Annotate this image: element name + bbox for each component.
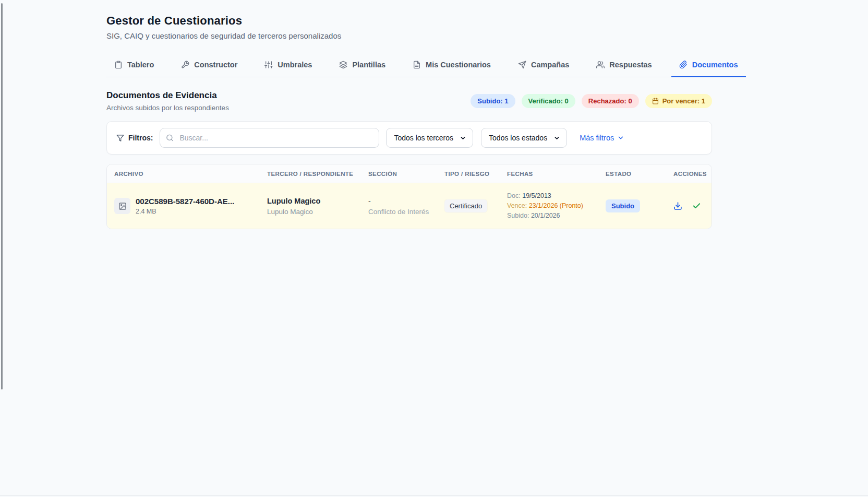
filters-panel: Filtros: Todos los terceros Todos los es… bbox=[106, 121, 712, 155]
tipo-badge: Certificado bbox=[444, 199, 487, 212]
page-title: Gestor de Cuestionarios bbox=[106, 14, 712, 28]
estado-select[interactable]: Todos los estados bbox=[481, 128, 567, 148]
x-icon bbox=[711, 202, 712, 210]
file-info: 002C589B-5827-460D-AE... 2.4 MB bbox=[136, 197, 234, 215]
col-fechas: Fechas bbox=[507, 171, 606, 177]
filters-label-text: Filtros: bbox=[128, 134, 153, 142]
status-badge: Subido bbox=[606, 199, 640, 212]
search-icon bbox=[166, 134, 174, 142]
col-tercero-respondiente: Tercero / Respondiente bbox=[267, 171, 368, 177]
filters-label: Filtros: bbox=[116, 134, 153, 142]
fecha-vence-line: Vence: 23/1/2026 (Pronto) bbox=[507, 201, 606, 211]
more-filters-label: Más filtros bbox=[580, 134, 614, 142]
wrench-icon bbox=[181, 61, 189, 69]
cell-fechas: Doc: 19/5/2013 Vence: 23/1/2026 (Pronto)… bbox=[507, 191, 606, 221]
badge-verificado: Verificado: 0 bbox=[522, 94, 575, 108]
tab-tablero[interactable]: Tablero bbox=[106, 53, 162, 77]
col-tipo-riesgo: Tipo / Riesgo bbox=[444, 171, 507, 177]
section-title: Documentos de Evidencia bbox=[106, 90, 229, 101]
respondiente-name: Lupulo Magico bbox=[267, 208, 368, 216]
tab-campanas[interactable]: Campañas bbox=[510, 53, 577, 77]
section-header: Documentos de Evidencia Archivos subidos… bbox=[106, 90, 712, 112]
tab-label: Documentos bbox=[692, 61, 738, 69]
fecha-subido-line: Subido: 20/1/2026 bbox=[507, 211, 606, 221]
image-icon bbox=[118, 202, 127, 210]
file-thumbnail bbox=[114, 198, 130, 214]
badge-rechazado: Rechazado: 0 bbox=[582, 94, 639, 108]
file-size: 2.4 MB bbox=[136, 208, 234, 215]
cell-acciones bbox=[673, 202, 712, 210]
badge-por-vencer: Por vencer: 1 bbox=[645, 94, 712, 108]
fecha-vence-value: 23/1/2026 (Pronto) bbox=[529, 202, 583, 209]
fecha-vence-label: Vence: bbox=[507, 202, 527, 209]
section-title-block: Documentos de Evidencia Archivos subidos… bbox=[106, 90, 229, 112]
col-estado: Estado bbox=[606, 171, 673, 177]
tab-mis-cuestionarios[interactable]: Mis Cuestionarios bbox=[405, 53, 499, 77]
seccion-detalle: Conflicto de Interés bbox=[368, 208, 444, 216]
fecha-doc-value: 19/5/2013 bbox=[522, 192, 551, 199]
tercero-select[interactable]: Todos los terceros bbox=[386, 128, 473, 148]
badge-subido: Subido: 1 bbox=[471, 94, 515, 108]
cell-archivo: 002C589B-5827-460D-AE... 2.4 MB bbox=[114, 197, 267, 215]
verify-button[interactable] bbox=[692, 202, 701, 210]
file-name: 002C589B-5827-460D-AE... bbox=[136, 197, 234, 206]
cell-seccion: - Conflicto de Interés bbox=[368, 197, 444, 216]
tab-constructor[interactable]: Constructor bbox=[173, 53, 245, 77]
download-button[interactable] bbox=[673, 202, 682, 210]
layers-icon bbox=[339, 61, 347, 69]
window-left-scroll-edge bbox=[1, 3, 3, 389]
cell-tercero: Lupulo Magico Lupulo Magico bbox=[267, 197, 368, 216]
tab-label: Plantillas bbox=[352, 61, 385, 69]
tab-label: Respuestas bbox=[609, 61, 652, 69]
tab-respuestas[interactable]: Respuestas bbox=[588, 53, 659, 77]
tab-bar: Tablero Constructor Umbrales Plantillas … bbox=[106, 53, 712, 77]
tab-label: Constructor bbox=[194, 61, 237, 69]
calendar-icon bbox=[652, 98, 659, 104]
page-header: Gestor de Cuestionarios SIG, CAIQ y cues… bbox=[106, 0, 712, 40]
estado-select-value: Todos los estados bbox=[489, 134, 547, 142]
paperclip-icon bbox=[679, 61, 688, 69]
more-filters-link[interactable]: Más filtros bbox=[580, 134, 624, 142]
sliders-icon bbox=[264, 61, 273, 69]
funnel-icon bbox=[116, 134, 124, 142]
tercero-name: Lupulo Magico bbox=[267, 197, 368, 205]
check-icon bbox=[692, 202, 701, 210]
tab-umbrales[interactable]: Umbrales bbox=[257, 53, 320, 77]
reject-button[interactable] bbox=[711, 202, 712, 210]
fecha-doc-label: Doc: bbox=[507, 192, 521, 199]
window-bottom-divider bbox=[0, 495, 868, 495]
status-summary-badges: Subido: 1 Verificado: 0 Rechazado: 0 Por… bbox=[471, 94, 712, 108]
tercero-select-value: Todos los terceros bbox=[394, 134, 453, 142]
clipboard-icon bbox=[114, 61, 123, 69]
col-acciones: Acciones bbox=[673, 171, 707, 177]
table-row[interactable]: 002C589B-5827-460D-AE... 2.4 MB Lupulo M… bbox=[107, 183, 712, 229]
tab-label: Mis Cuestionarios bbox=[426, 61, 491, 69]
chevron-down-icon bbox=[460, 135, 466, 141]
chevron-down-icon bbox=[617, 134, 624, 141]
file-text-icon bbox=[413, 61, 421, 69]
search-wrap bbox=[160, 128, 379, 148]
send-icon bbox=[518, 61, 526, 69]
users-icon bbox=[596, 61, 605, 69]
search-input[interactable] bbox=[160, 128, 379, 148]
chevron-down-icon bbox=[553, 135, 560, 141]
tab-label: Campañas bbox=[531, 61, 569, 69]
col-seccion: Sección bbox=[368, 171, 444, 177]
cell-estado: Subido bbox=[606, 199, 673, 212]
badge-por-vencer-label: Por vencer: 1 bbox=[662, 97, 705, 105]
fecha-subido-label: Subido: bbox=[507, 212, 529, 219]
download-icon bbox=[673, 202, 682, 210]
table-header-row: Archivo Tercero / Respondiente Sección T… bbox=[107, 164, 712, 183]
main-content: Gestor de Cuestionarios SIG, CAIQ y cues… bbox=[106, 0, 712, 229]
col-archivo: Archivo bbox=[114, 171, 267, 177]
tab-label: Tablero bbox=[127, 61, 154, 69]
tab-documentos[interactable]: Documentos bbox=[671, 53, 746, 77]
section-subtitle: Archivos subidos por los respondientes bbox=[106, 104, 229, 112]
documents-table: Archivo Tercero / Respondiente Sección T… bbox=[106, 164, 712, 229]
cell-tipo-riesgo: Certificado bbox=[444, 199, 507, 212]
seccion-value: - bbox=[368, 197, 444, 205]
tab-label: Umbrales bbox=[278, 61, 312, 69]
fecha-doc-line: Doc: 19/5/2013 bbox=[507, 191, 606, 201]
page-subtitle: SIG, CAIQ y cuestionarios de seguridad d… bbox=[106, 31, 712, 40]
tab-plantillas[interactable]: Plantillas bbox=[331, 53, 393, 77]
